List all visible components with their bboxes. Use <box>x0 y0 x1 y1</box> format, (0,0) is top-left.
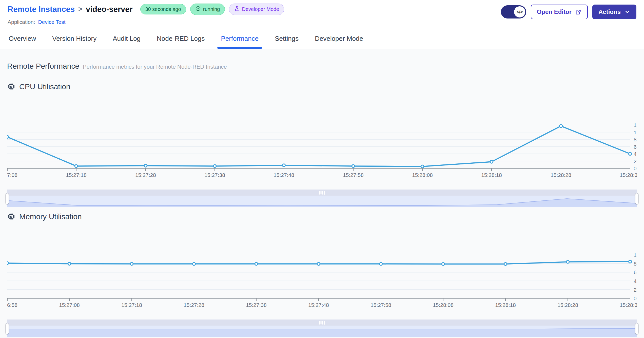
svg-text:15:27:48: 15:27:48 <box>274 172 294 178</box>
running-status-badge: running <box>190 4 225 15</box>
cpu-utilisation-chart: 0%2%4%6%8%10%12%7:0815:27:1815:27:2815:2… <box>7 97 637 180</box>
header-actions: </> Open Editor Actions <box>501 4 636 19</box>
memory-brush-left-handle[interactable] <box>6 323 9 334</box>
cpu-brush-minichart <box>7 196 637 207</box>
page-title: Remote Performance <box>7 62 79 70</box>
tab-node-red-logs[interactable]: Node-RED Logs <box>156 31 206 49</box>
running-icon <box>195 6 201 13</box>
svg-text:12%: 12% <box>634 122 637 128</box>
svg-text:15:27:58: 15:27:58 <box>343 172 364 178</box>
memory-brush-body[interactable] <box>7 326 637 337</box>
developer-mode-label: Developer Mode <box>242 6 279 12</box>
application-label: Application: <box>8 19 35 25</box>
svg-text:6%: 6% <box>634 144 637 150</box>
svg-text:15:28:18: 15:28:18 <box>495 302 516 308</box>
tab-settings[interactable]: Settings <box>274 31 300 49</box>
svg-text:2%: 2% <box>634 158 637 164</box>
svg-text:15:27:48: 15:27:48 <box>308 302 329 308</box>
svg-text:15:27:08: 15:27:08 <box>59 302 80 308</box>
page: Remote Instances > video-server 30 secon… <box>0 0 644 338</box>
open-editor-label: Open Editor <box>537 8 572 15</box>
svg-text:15:27:28: 15:27:28 <box>135 172 156 178</box>
brush-grip-icon[interactable] <box>319 191 325 195</box>
svg-text:15:28:38: 15:28:38 <box>620 172 637 178</box>
cpu-chip-icon <box>7 83 15 91</box>
page-subtitle: Performance metrics for your Remote Node… <box>83 64 227 70</box>
editor-mode-toggle[interactable]: </> <box>501 5 526 18</box>
cpu-section-header: CPU Utilisation <box>7 82 637 91</box>
svg-text:15:28:28: 15:28:28 <box>551 172 571 178</box>
last-seen-label: 30 seconds ago <box>145 6 181 12</box>
application-link[interactable]: Device Test <box>38 19 65 25</box>
svg-text:15:28:08: 15:28:08 <box>433 302 454 308</box>
chevron-down-icon <box>624 9 630 15</box>
divider <box>7 225 637 225</box>
tab-developer-mode[interactable]: Developer Mode <box>314 31 364 49</box>
memory-brush-strip[interactable] <box>7 320 637 326</box>
actions-button[interactable]: Actions <box>592 5 636 19</box>
svg-text:15:27:38: 15:27:38 <box>246 302 267 308</box>
open-editor-button[interactable]: Open Editor <box>531 5 588 19</box>
svg-text:100mb: 100mb <box>634 252 637 258</box>
svg-text:15:27:58: 15:27:58 <box>370 302 391 308</box>
code-icon: </> <box>514 6 525 17</box>
memory-brush-minichart <box>7 326 637 337</box>
tab-performance[interactable]: Performance <box>220 31 260 49</box>
memory-section-header: Memory Utilisation <box>7 212 637 221</box>
memory-section-title: Memory Utilisation <box>19 212 82 221</box>
svg-text:6:58: 6:58 <box>7 302 17 308</box>
application-line: Application: Device Test <box>8 19 284 25</box>
breadcrumb: Remote Instances > video-server <box>8 5 133 14</box>
breadcrumb-separator: > <box>78 5 82 13</box>
svg-text:4%: 4% <box>634 151 637 157</box>
cpu-brush-body[interactable] <box>7 196 637 207</box>
memory-chart-brush[interactable] <box>7 320 637 337</box>
svg-text:8%: 8% <box>634 137 637 142</box>
developer-mode-badge: Developer Mode <box>229 4 284 15</box>
cpu-brush-strip[interactable] <box>7 190 637 196</box>
svg-text:20mb: 20mb <box>634 287 637 293</box>
brush-grip-icon[interactable] <box>319 321 325 325</box>
cpu-section-title: CPU Utilisation <box>19 82 70 91</box>
svg-text:15:27:18: 15:27:18 <box>66 172 87 178</box>
cpu-brush-left-handle[interactable] <box>6 193 9 204</box>
svg-text:10%: 10% <box>634 129 637 135</box>
svg-text:15:28:28: 15:28:28 <box>557 302 578 308</box>
svg-text:0mb: 0mb <box>634 295 637 301</box>
tab-audit-log[interactable]: Audit Log <box>112 31 142 49</box>
memory-brush-right-handle[interactable] <box>635 323 638 334</box>
external-link-icon <box>575 9 582 15</box>
cpu-chart-brush[interactable] <box>7 190 637 207</box>
status-badges: 30 seconds ago running <box>140 4 284 15</box>
svg-text:15:27:28: 15:27:28 <box>184 302 204 308</box>
tab-overview[interactable]: Overview <box>8 31 37 49</box>
svg-text:7:08: 7:08 <box>7 172 17 178</box>
svg-text:15:28:18: 15:28:18 <box>481 172 502 178</box>
tab-bar: Overview Version History Audit Log Node-… <box>0 31 644 49</box>
divider <box>7 95 637 95</box>
svg-text:40mb: 40mb <box>634 278 637 284</box>
running-label: running <box>203 6 220 12</box>
cpu-brush-right-handle[interactable] <box>635 193 638 204</box>
svg-text:0%: 0% <box>634 165 637 171</box>
svg-text:15:28:38: 15:28:38 <box>620 302 637 308</box>
svg-text:15:27:18: 15:27:18 <box>121 302 142 308</box>
svg-text:15:28:08: 15:28:08 <box>412 172 433 178</box>
breadcrumb-remote-instances-link[interactable]: Remote Instances <box>8 5 75 14</box>
memory-chip-icon <box>7 213 15 221</box>
memory-utilisation-chart: 0mb20mb40mb60mb80mb100mb6:5815:27:0815:2… <box>7 227 637 310</box>
breadcrumb-current-instance: video-server <box>86 5 132 14</box>
actions-label: Actions <box>598 8 621 15</box>
svg-text:60mb: 60mb <box>634 269 637 275</box>
svg-text:80mb: 80mb <box>634 261 637 267</box>
svg-text:15:27:38: 15:27:38 <box>204 172 225 178</box>
last-seen-badge: 30 seconds ago <box>140 4 186 14</box>
tab-version-history[interactable]: Version History <box>51 31 97 49</box>
divider <box>7 76 637 76</box>
performance-panel: Remote Performance Performance metrics f… <box>0 49 644 338</box>
header: Remote Instances > video-server 30 secon… <box>0 0 644 25</box>
flask-icon <box>234 6 240 13</box>
